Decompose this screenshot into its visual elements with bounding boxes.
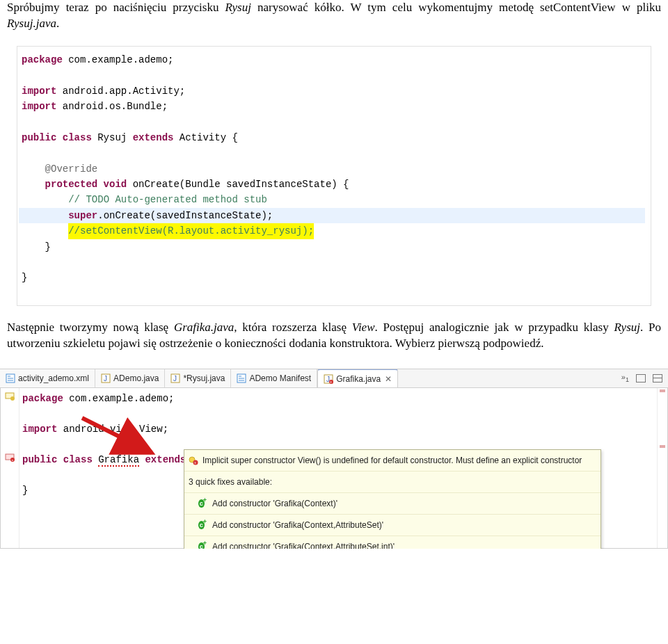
method-sig: onCreate(Bundle savedInstanceState) { [133, 179, 349, 190]
text: . Postępuj analogicznie jak w przypadku … [375, 321, 614, 334]
tab-label: *Rysuj.java [183, 373, 225, 383]
more-tabs-chevron[interactable]: »1 [621, 373, 629, 383]
editor-tab-bar: activity_ademo.xml J ADemo.java J *Rysuj… [0, 369, 668, 388]
quickfix-tooltip: x Implicit super constructor View() is u… [184, 449, 601, 549]
code-editor-rysuj: package com.example.ademo; import androi… [17, 46, 651, 306]
overview-error-marker[interactable] [660, 445, 665, 448]
overview-ruler[interactable] [657, 388, 667, 548]
tab-grafika-java[interactable]: Jx Grafika.java ✕ [317, 369, 398, 388]
kw-package: package [22, 393, 69, 404]
text: . [56, 17, 59, 30]
tab-label: ADemo Manifest [249, 373, 311, 383]
intro-paragraph-2: Następnie tworzymy nową klasę Grafika.ja… [0, 320, 668, 352]
text: Następnie tworzymy nową klasę [7, 321, 174, 334]
maximize-view-icon[interactable] [653, 374, 662, 383]
superclass: Activity { [180, 132, 238, 143]
tab-ademo-manifest[interactable]: ADemo Manifest [231, 369, 317, 387]
error-lightbulb-icon: x [189, 456, 198, 465]
svg-point-11 [10, 396, 15, 401]
kw-super: super [68, 210, 97, 221]
tab-label: activity_ademo.xml [18, 373, 89, 383]
intro-paragraph-1: Spróbujmy teraz po naciśnięciu przycisku… [0, 0, 668, 32]
brace: } [45, 241, 51, 252]
overview-error-marker[interactable] [660, 389, 665, 392]
kw-extends: extends [133, 132, 180, 143]
constructor-fix-icon: c+ [198, 499, 208, 508]
quickfix-label: Add constructor 'Grafika(Context,Attribu… [212, 539, 395, 549]
eclipse-editor-area: activity_ademo.xml J ADemo.java J *Rysuj… [0, 369, 668, 549]
italic: Rysuj [225, 1, 250, 14]
quickfix-label: Add constructor 'Grafika(Context,Attribu… [212, 517, 383, 533]
tab-label: Grafika.java [336, 374, 381, 384]
warning-marker-icon[interactable] [1, 388, 19, 403]
close-icon[interactable]: ✕ [385, 374, 392, 384]
minimize-view-icon[interactable] [636, 374, 646, 383]
quickfix-option-1[interactable]: c+ Add constructor 'Grafika(Context)' [184, 493, 601, 515]
tab-ademo-java[interactable]: J ADemo.java [95, 369, 165, 387]
kw-public-class: public class [22, 132, 97, 143]
code-text: com.example.ademo; [69, 393, 174, 404]
constructor-fix-icon: c+ [198, 520, 208, 530]
quickfix-label: Add constructor 'Grafika(Context)' [212, 496, 337, 511]
java-file-icon: J [101, 373, 111, 383]
quickfix-option-2[interactable]: c+ Add constructor 'Grafika(Context,Attr… [184, 515, 601, 536]
class-name-error: Grafika [98, 454, 139, 467]
java-file-icon: J [170, 373, 180, 383]
kw-protected-void: protected void [45, 179, 133, 190]
highlighted-commented-line: //setContentView(R.layout.activity_rysuj… [68, 223, 314, 239]
italic: Grafika.java, [174, 321, 237, 334]
tooltip-error-message: Implicit super constructor View() is und… [202, 453, 582, 468]
code-text: com.example.ademo; [68, 54, 173, 65]
italic: View [352, 321, 375, 334]
xml-file-icon [237, 373, 246, 383]
italic: Rysuj.java [7, 17, 56, 30]
svg-text:J: J [104, 375, 107, 383]
code-editor-grafika[interactable]: package com.example.ademo; import androi… [19, 388, 657, 548]
text: która rozszerza klasę [237, 321, 352, 334]
java-file-error-icon: Jx [324, 374, 333, 384]
kw-import: import [22, 424, 63, 435]
kw-import: import [22, 101, 63, 112]
comment-todo: // TODO Auto-generated method stub [68, 194, 267, 205]
editor-gutter: x [1, 388, 19, 548]
brace: } [22, 272, 27, 283]
text: Spróbujmy teraz po naciśnięciu przycisku [7, 1, 225, 14]
code-text: android.view.View; [63, 424, 168, 435]
code-text: android.os.Bundle; [63, 101, 168, 112]
constructor-fix-icon: c+ [198, 542, 208, 549]
xml-file-icon [6, 373, 15, 383]
annotation-override: @Override [45, 163, 98, 175]
italic: Rysuj [614, 321, 640, 334]
code-text: .onCreate(savedInstanceState); [97, 210, 273, 221]
kw-import: import [22, 86, 63, 97]
tab-rysuj-java[interactable]: J *Rysuj.java [165, 369, 231, 387]
text: narysować kółko. W tym celu wykomentujmy… [251, 1, 661, 14]
error-marker-icon[interactable]: x [1, 449, 19, 465]
tooltip-fixes-header: 3 quick fixes available: [189, 474, 272, 490]
class-name: Rysuj [97, 132, 132, 143]
code-text: android.app.Activity; [63, 86, 185, 97]
brace: } [22, 485, 28, 496]
kw-package: package [22, 54, 68, 65]
tab-label: ADemo.java [113, 373, 159, 383]
tab-activity-ademo-xml[interactable]: activity_ademo.xml [0, 369, 95, 387]
kw-public-class: public class [22, 454, 98, 465]
svg-text:J: J [173, 375, 177, 383]
quickfix-option-3[interactable]: c+ Add constructor 'Grafika(Context,Attr… [184, 536, 601, 549]
